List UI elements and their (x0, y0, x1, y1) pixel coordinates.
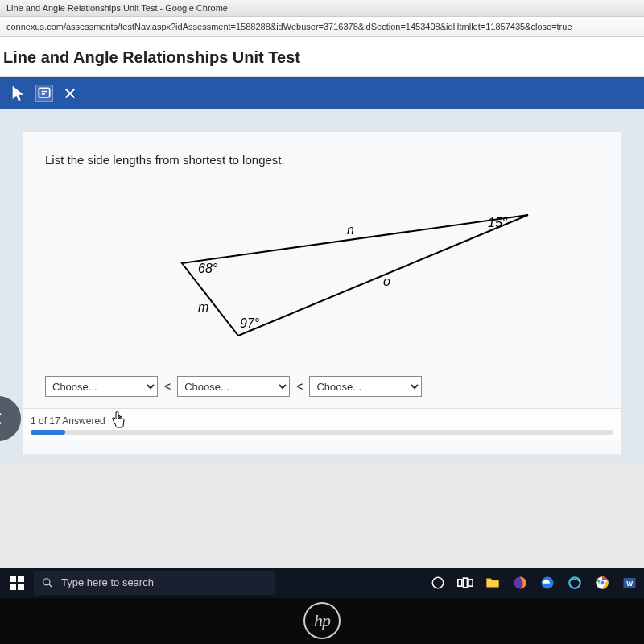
svg-rect-9 (464, 578, 468, 588)
svg-point-6 (43, 579, 50, 585)
start-button[interactable] (5, 571, 29, 595)
svg-point-13 (569, 577, 580, 588)
laptop-bezel: hp (0, 598, 644, 644)
answer-row: Choose... < Choose... < Choose... (45, 376, 599, 397)
progress-bar (31, 430, 613, 435)
svg-rect-8 (458, 580, 462, 586)
svg-rect-2 (10, 576, 16, 582)
triangle-figure: 68° 97° 15° m n o (45, 183, 599, 360)
edge-legacy-icon[interactable] (538, 573, 557, 592)
taskbar-tray: W (428, 573, 639, 592)
pointer-icon[interactable] (10, 85, 27, 102)
svg-rect-0 (39, 88, 49, 97)
angle-bottom-label: 97° (240, 316, 260, 330)
file-explorer-icon[interactable] (483, 573, 502, 592)
side-m-label: m (198, 300, 208, 314)
side-o-label: o (383, 275, 390, 288)
task-view-icon[interactable] (456, 573, 475, 592)
progress-text: 1 of 17 Answered (31, 415, 613, 427)
assessment-toolbar (0, 77, 644, 109)
side-n-label: n (347, 223, 354, 237)
svg-rect-4 (10, 584, 16, 590)
window-title: Line and Angle Relationships Unit Test -… (0, 0, 644, 17)
svg-rect-3 (18, 576, 24, 582)
content-area: List the side lengths from shortest to l… (0, 109, 644, 462)
page-title: Line and Angle Relationships Unit Test (0, 37, 644, 77)
progress-area: 1 of 17 Answered (23, 408, 621, 440)
windows-taskbar: Type here to search W (0, 568, 644, 598)
url-bar[interactable]: connexus.com/assessments/testNav.aspx?id… (0, 17, 644, 37)
chrome-icon[interactable] (592, 573, 612, 592)
taskbar-search[interactable]: Type here to search (34, 571, 275, 595)
prev-question-button[interactable] (0, 396, 21, 441)
search-icon (42, 577, 53, 588)
svg-point-7 (432, 577, 444, 588)
progress-fill (31, 430, 65, 435)
note-icon[interactable] (35, 85, 53, 102)
svg-rect-5 (18, 584, 24, 590)
hp-logo: hp (303, 602, 341, 639)
ie-icon[interactable] (565, 573, 584, 592)
firefox-icon[interactable] (510, 573, 530, 592)
choose-first[interactable]: Choose... (45, 376, 158, 397)
close-icon[interactable] (61, 85, 79, 102)
cortana-icon[interactable] (428, 573, 448, 592)
search-placeholder: Type here to search (61, 576, 154, 588)
angle-right-label: 15° (488, 216, 508, 229)
svg-text:W: W (626, 580, 633, 588)
choose-third[interactable]: Choose... (309, 376, 422, 397)
svg-rect-10 (469, 580, 473, 586)
angle-left-label: 68° (198, 262, 218, 275)
less-than-2: < (296, 380, 303, 393)
word-icon[interactable]: W (620, 573, 639, 592)
choose-second[interactable]: Choose... (177, 376, 290, 397)
question-prompt: List the side lengths from shortest to l… (45, 153, 599, 167)
less-than-1: < (164, 380, 171, 393)
question-card: List the side lengths from shortest to l… (23, 132, 621, 454)
svg-marker-1 (182, 215, 528, 336)
